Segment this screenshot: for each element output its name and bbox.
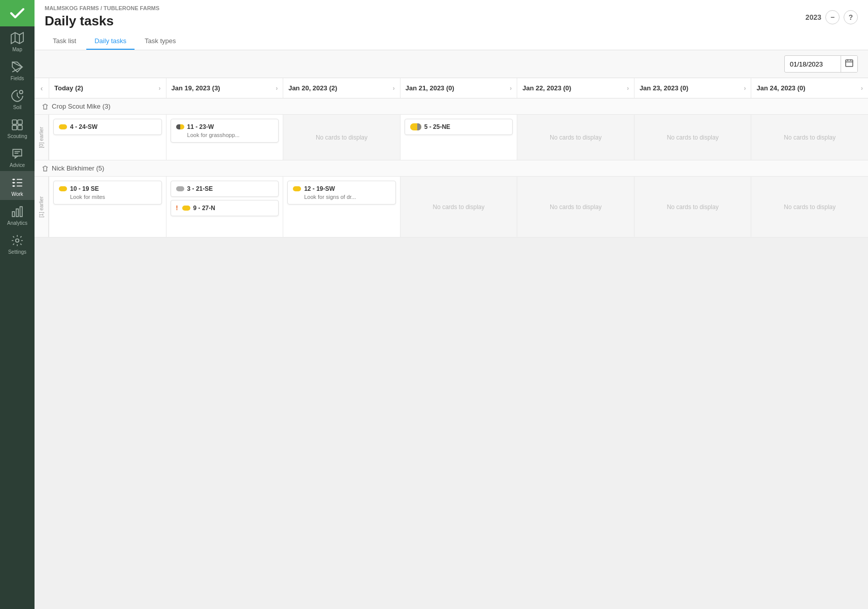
no-cards-label: No cards to display <box>667 134 719 141</box>
tab-task-list[interactable]: Task list <box>45 33 84 50</box>
task-card-10-19-se[interactable]: 10 - 19 SE Look for mites <box>53 181 162 205</box>
col-header-jan23: Jan 23, 2023 (0) › <box>634 78 751 98</box>
col-jan19-nav[interactable]: › <box>276 85 278 92</box>
col-header-jan21: Jan 21, 2023 (0) › <box>400 78 517 98</box>
sidebar-item-soil[interactable]: Soil <box>0 84 35 113</box>
task-card-top: 10 - 19 SE <box>59 185 156 192</box>
col-jan21-label: Jan 21, 2023 (0) <box>406 84 454 92</box>
col-header-jan22: Jan 22, 2023 (0) › <box>517 78 634 98</box>
prev-col-button[interactable]: ‹ <box>35 78 49 98</box>
header-actions: 2023 − ? <box>806 10 858 24</box>
task-sub: Look for grasshopp... <box>176 132 274 138</box>
column-headers: ‹ Today (2) › Jan 19, 2023 (3) › Jan 20,… <box>35 78 868 98</box>
svg-rect-23 <box>846 60 853 66</box>
sidebar-item-work[interactable]: Work <box>0 171 35 200</box>
cell-nick-birkhimer-jan24: No cards to display <box>751 177 868 237</box>
sidebar-item-scouting[interactable]: Scouting <box>0 113 35 142</box>
col-jan22-label: Jan 22, 2023 (0) <box>522 84 571 92</box>
task-dot-gray <box>176 186 184 191</box>
task-card-12-19-sw[interactable]: 12 - 19-SW Look for signs of dr... <box>287 181 396 205</box>
sidebar-item-fields[interactable]: Fields <box>0 55 35 84</box>
task-card-top: 11 - 23-W <box>176 123 274 130</box>
year-label: 2023 <box>806 13 821 21</box>
col-jan21-nav[interactable]: › <box>510 85 512 92</box>
person-name-nick-birkhimer: Nick Birkhimer (5) <box>52 164 104 172</box>
task-warning: ! <box>176 205 178 212</box>
svg-marker-0 <box>11 32 23 44</box>
svg-rect-7 <box>18 125 22 130</box>
task-card-top: 12 - 19-SW <box>293 185 390 192</box>
col-header-jan19: Jan 19, 2023 (3) › <box>166 78 283 98</box>
svg-rect-4 <box>12 120 17 124</box>
svg-point-22 <box>16 239 19 243</box>
col-today-nav[interactable]: › <box>159 85 161 92</box>
col-jan24-nav[interactable]: › <box>861 85 863 92</box>
task-label: 12 - 19-SW <box>304 185 335 192</box>
col-jan19-label: Jan 19, 2023 (3) <box>172 84 220 92</box>
person-section-nick-birkhimer: Nick Birkhimer (5) [1] earlier 10 - 19 S… <box>35 160 868 238</box>
main-content: MALMSKOG FARMS / TUBLERONE FARMS Daily t… <box>35 0 868 609</box>
cell-nick-birkhimer-jan19: 3 - 21-SE ! 9 - 27-N <box>166 177 283 237</box>
cell-nick-birkhimer-jan20: 12 - 19-SW Look for signs of dr... <box>283 177 400 237</box>
calendar-button[interactable] <box>841 56 857 72</box>
minus-button[interactable]: − <box>825 10 840 24</box>
person-name-crop-scout-mike: Crop Scout Mike (3) <box>52 103 111 110</box>
svg-rect-5 <box>18 120 22 124</box>
col-header-jan20: Jan 20, 2023 (2) › <box>283 78 400 98</box>
sidebar-item-map[interactable]: Map <box>0 26 35 55</box>
no-cards-label: No cards to display <box>316 134 368 141</box>
col-jan22-nav[interactable]: › <box>627 85 629 92</box>
task-dot-yellow <box>182 206 190 211</box>
task-dot-yellow <box>59 186 67 191</box>
help-button[interactable]: ? <box>844 10 858 24</box>
col-jan23-nav[interactable]: › <box>744 85 746 92</box>
tab-task-types[interactable]: Task types <box>137 33 184 50</box>
col-jan23-label: Jan 23, 2023 (0) <box>640 84 688 92</box>
task-dot-yellow-half <box>410 123 421 130</box>
task-label: 4 - 24-SW <box>70 123 97 130</box>
task-label: 11 - 23-W <box>187 123 214 130</box>
task-card-top: 4 - 24-SW <box>59 123 156 130</box>
earlier-label-nick-birkhimer: [1] earlier <box>35 177 49 237</box>
cell-nick-birkhimer-today: 10 - 19 SE Look for mites <box>49 177 166 237</box>
calendar-grid: ‹ Today (2) › Jan 19, 2023 (3) › Jan 20,… <box>35 78 868 238</box>
task-label: 3 - 21-SE <box>187 185 213 192</box>
svg-rect-21 <box>20 207 22 217</box>
sidebar-item-advice[interactable]: Advice <box>0 142 35 171</box>
tab-daily-tasks[interactable]: Daily tasks <box>86 33 135 50</box>
task-card-3-21-se[interactable]: 3 - 21-SE <box>171 181 279 197</box>
task-card-top: 5 - 25-NE <box>410 123 508 130</box>
col-header-today: Today (2) › <box>49 78 166 98</box>
no-cards-label: No cards to display <box>667 204 719 211</box>
person-header-nick-birkhimer: Nick Birkhimer (5) <box>35 160 868 177</box>
no-cards-label: No cards to display <box>550 204 602 211</box>
task-card-5-25-ne[interactable]: 5 - 25-NE <box>405 119 513 135</box>
cell-crop-scout-mike-jan19: 11 - 23-W Look for grasshopp... <box>166 115 283 160</box>
cell-crop-scout-mike-jan22: No cards to display <box>517 115 634 160</box>
svg-point-16 <box>13 179 14 180</box>
task-card-4-24-sw[interactable]: 4 - 24-SW <box>53 119 162 135</box>
task-card-9-27-n[interactable]: ! 9 - 27-N <box>171 200 279 216</box>
svg-point-17 <box>13 182 14 183</box>
no-cards-label: No cards to display <box>433 204 485 211</box>
task-card-11-23-w[interactable]: 11 - 23-W Look for grasshopp... <box>171 119 279 143</box>
col-jan20-nav[interactable]: › <box>393 85 395 92</box>
svg-point-18 <box>13 185 14 187</box>
sidebar-item-analytics[interactable]: Analytics <box>0 200 35 229</box>
task-sub: Look for mites <box>59 194 156 200</box>
task-label: 9 - 27-N <box>193 205 215 212</box>
person-row-crop-scout-mike: [0] earlier 4 - 24-SW <box>35 115 868 160</box>
task-sub: Look for signs of dr... <box>293 194 390 200</box>
app-logo[interactable] <box>0 0 35 26</box>
breadcrumb: MALMSKOG FARMS / TUBLERONE FARMS <box>45 5 159 11</box>
col-header-jan24: Jan 24, 2023 (0) › <box>751 78 868 98</box>
sidebar-item-settings[interactable]: Settings <box>0 229 35 258</box>
cell-nick-birkhimer-jan23: No cards to display <box>634 177 751 237</box>
sidebar: Map Fields Soil Scouting <box>0 0 35 609</box>
header: MALMSKOG FARMS / TUBLERONE FARMS Daily t… <box>35 0 868 50</box>
page-title-row: MALMSKOG FARMS / TUBLERONE FARMS Daily t… <box>45 5 858 29</box>
cell-nick-birkhimer-jan22: No cards to display <box>517 177 634 237</box>
date-input[interactable] <box>785 57 841 71</box>
no-cards-label: No cards to display <box>784 134 836 141</box>
task-label: 5 - 25-NE <box>424 123 450 130</box>
